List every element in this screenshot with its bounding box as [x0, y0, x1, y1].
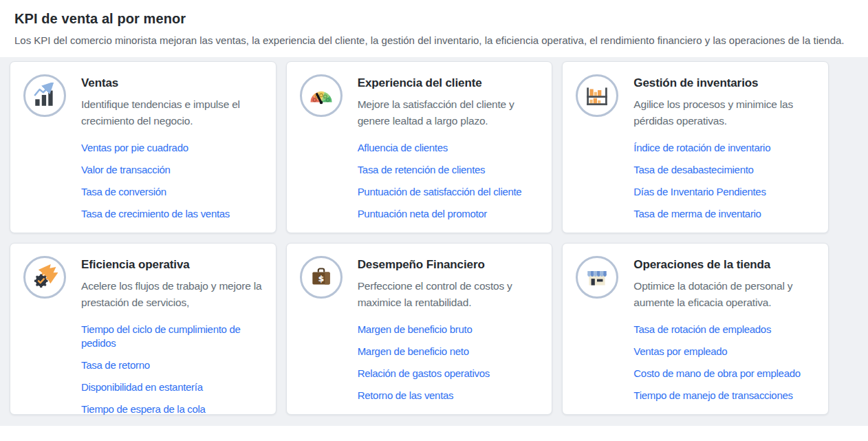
kpi-link[interactable]: Puntuación neta del promotor: [358, 208, 487, 219]
card-description: Agilice los procesos y minimice las pérd…: [633, 96, 820, 129]
card-title: Eficiencia operativa: [81, 258, 268, 272]
kpi-link[interactable]: Tasa de rotación de empleados: [633, 323, 771, 335]
kpi-link[interactable]: Valor de transacción: [81, 164, 171, 175]
card-body: Gestión de inventarios Agilice los proce…: [633, 74, 823, 229]
inventory-shelf-icon: [584, 83, 610, 109]
card-body: Eficiencia operativa Acelere los flujos …: [81, 256, 270, 424]
kpi-link[interactable]: Tasa de retención de clientes: [358, 164, 486, 175]
bar-chart-trend-icon: [23, 74, 66, 117]
card-description: Identifique tendencias e impulse el crec…: [81, 96, 268, 129]
kpi-link[interactable]: Tiempo de manejo de transacciones: [633, 389, 792, 401]
page-header: KPI de venta al por menor Los KPI del co…: [0, 0, 868, 57]
kpi-link-list: Tiempo del ciclo de cumplimiento de pedi…: [81, 323, 268, 416]
card-body: Desempeño Financiero Perfeccione el cont…: [358, 256, 547, 411]
page-subtitle: Los KPI del comercio minorista mejoran l…: [14, 33, 853, 48]
kpi-card-experiencia-cliente: Experiencia del cliente Mejore la satisf…: [286, 61, 553, 233]
card-title: Gestión de inventarios: [633, 76, 820, 90]
kpi-link[interactable]: Tasa de desabastecimiento: [633, 164, 753, 175]
kpi-link[interactable]: Puntuación de satisfacción del cliente: [358, 186, 522, 197]
card-title: Experiencia del cliente: [358, 76, 544, 90]
gear-arrows-icon: [32, 264, 58, 290]
kpi-link[interactable]: Ventas por pie cuadrado: [81, 142, 188, 153]
kpi-link[interactable]: Tasa de merma de inventario: [633, 208, 761, 219]
card-description: Mejore la satisfacción del cliente y gen…: [358, 96, 544, 129]
kpi-link[interactable]: Índice de rotación de inventario: [633, 142, 770, 153]
kpi-card-eficiencia-operativa: Eficiencia operativa Acelere los flujos …: [10, 243, 276, 415]
kpi-link[interactable]: Tasa de crecimiento de las ventas: [81, 208, 230, 219]
gear-arrows-icon: [23, 256, 66, 299]
satisfaction-gauge-icon: [300, 74, 343, 117]
briefcase-dollar-icon: $: [308, 264, 334, 290]
kpi-link[interactable]: Días de Inventario Pendientes: [633, 186, 766, 197]
card-description: Perfeccione el control de costos y maxim…: [358, 278, 544, 311]
kpi-link-list: Margen de beneficio bruto Margen de bene…: [358, 323, 544, 402]
kpi-link[interactable]: Tasa de conversión: [81, 186, 166, 197]
kpi-link[interactable]: Retorno de las ventas: [358, 389, 454, 401]
page-title: KPI de venta al por menor: [14, 11, 853, 27]
kpi-link[interactable]: Margen de beneficio bruto: [358, 323, 473, 335]
card-description: Acelere los flujos de trabajo y mejore l…: [81, 278, 268, 311]
kpi-link[interactable]: Margen de beneficio neto: [358, 345, 469, 357]
kpi-card-operaciones-tienda: Operaciones de la tienda Optimice la dot…: [562, 243, 829, 415]
card-body: Operaciones de la tienda Optimice la dot…: [633, 256, 823, 411]
kpi-link[interactable]: Tiempo de espera de la cola: [81, 403, 206, 415]
storefront-icon: [576, 256, 618, 299]
kpi-card-desempeno-financiero: $ Desempeño Financiero Perfeccione el co…: [286, 243, 553, 415]
kpi-link[interactable]: Costo de mano de obra por empleado: [633, 367, 800, 379]
card-body: Ventas Identifique tendencias e impulse …: [81, 74, 270, 229]
kpi-link[interactable]: Disponibilidad en estantería: [81, 381, 203, 393]
kpi-link-list: Índice de rotación de inventario Tasa de…: [633, 141, 820, 221]
card-title: Desempeño Financiero: [358, 258, 544, 272]
storefront-icon: [584, 264, 610, 290]
card-title: Operaciones de la tienda: [633, 258, 820, 272]
kpi-cards-grid: Ventas Identifique tendencias e impulse …: [10, 61, 829, 415]
kpi-card-gestion-inventarios: Gestión de inventarios Agilice los proce…: [562, 61, 829, 233]
card-body: Experiencia del cliente Mejore la satisf…: [358, 74, 547, 229]
briefcase-dollar-icon: $: [300, 256, 343, 299]
inventory-shelf-icon: [576, 74, 618, 117]
bar-chart-trend-icon: [32, 83, 58, 109]
kpi-link-list: Afluencia de clientes Tasa de retención …: [358, 141, 544, 221]
kpi-link-list: Ventas por pie cuadrado Valor de transac…: [81, 141, 268, 221]
satisfaction-gauge-icon: [307, 85, 335, 106]
svg-text:$: $: [318, 273, 324, 283]
kpi-link-list: Tasa de rotación de empleados Ventas por…: [633, 323, 820, 402]
card-description: Optimice la dotación de personal y aumen…: [633, 278, 820, 311]
kpi-card-ventas: Ventas Identifique tendencias e impulse …: [10, 61, 276, 233]
kpi-link[interactable]: Relación de gastos operativos: [358, 367, 490, 379]
kpi-link[interactable]: Tiempo del ciclo de cumplimiento de pedi…: [81, 323, 241, 349]
kpi-link[interactable]: Ventas por empleado: [633, 345, 727, 357]
kpi-link[interactable]: Afluencia de clientes: [358, 142, 448, 153]
kpi-link[interactable]: Tasa de retorno: [81, 359, 150, 371]
kpi-cards-section: Ventas Identifique tendencias e impulse …: [0, 57, 868, 426]
card-title: Ventas: [81, 76, 268, 90]
